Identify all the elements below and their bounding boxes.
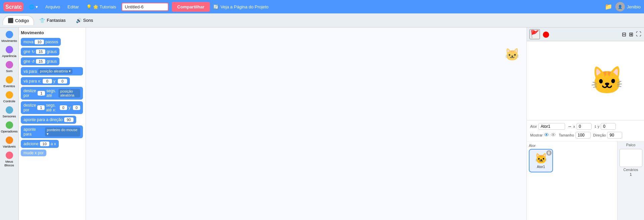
codigo-icon: ⬛ [8,18,13,23]
sprite-name-field: Ator [530,123,565,130]
sprite-list-header: Ator [529,144,615,148]
fullscreen-button[interactable]: ⛶ [636,31,641,37]
rotate-cw-icon: ↻ [32,50,35,54]
sidebar-item-sensores[interactable]: Sensores [1,105,18,119]
sidebar-item-meus-blocos[interactable]: Meus Blocos [1,150,18,168]
deslize1-val-input[interactable] [38,91,45,96]
deslize2-val-input[interactable] [37,105,45,110]
sprite-list: Ator 🗑 🐱 Ator1 [527,142,617,220]
stage-preview: 🐱 [527,41,644,120]
block-mova-input[interactable] [35,40,44,44]
block-deslize1[interactable]: deslize por segs. até posição aleatória [21,87,83,100]
aponte-para-dropdown[interactable]: ponteiro do mouse ▾ [45,127,80,136]
adicione-input[interactable] [40,142,49,146]
sidebar-item-variaveis[interactable]: Variáveis [1,135,18,150]
tab-sons[interactable]: 🔊 Sons [71,16,98,25]
block-mova[interactable]: mova passos [21,38,61,46]
sidebar-item-operadores[interactable]: Operadores [1,120,18,134]
sprite-y-input[interactable] [601,123,616,130]
user-avatar: 👤 [615,2,625,11]
sprite-x-field: ↔ x [568,123,592,130]
code-stage-area[interactable]: 🐱 [86,28,526,220]
sprite-size-field: Tamanho [559,132,590,139]
sidebar-item-movimento[interactable]: Movimento [1,30,18,44]
project-name-input[interactable] [122,3,169,11]
globe-icon: 🌐 [29,4,34,9]
sprite-size-input[interactable] [576,132,591,139]
globe-button[interactable]: 🌐 ▾ [27,3,40,11]
sprite-y-field: ↕ y [594,123,616,130]
sprite-thumb-image: 🐱 [535,153,547,164]
sons-icon: 🔊 [76,18,82,23]
globe-dropdown-icon: ▾ [36,4,38,9]
view-project-button[interactable]: 🔄 Veja a Página do Projeto [213,4,269,9]
stop-button[interactable]: ⬤ [543,31,549,38]
hide-ghost-icon[interactable]: 👁 [551,132,556,138]
user-menu[interactable]: 👤 Jenibio [615,2,641,11]
rotate-ccw-icon: ↺ [32,59,35,64]
share-button[interactable]: Compartilhar [172,2,210,12]
sidebar-item-som[interactable]: Som [1,60,18,74]
deslize2-y-input[interactable] [73,105,80,110]
sidebar-item-aparencia[interactable]: Aparência [1,45,18,59]
tutoriais-button[interactable]: 💡 🌟 Tutoriais [84,3,118,11]
block-gire-ccw-input[interactable] [36,59,45,64]
sprite-delete-button[interactable]: 🗑 [546,150,552,156]
cenarios-label: Cenários [619,168,643,172]
stage-preview-controls: 🚩 ⬤ ⊟ ⊞ ⛶ [527,28,644,41]
play-button[interactable]: 🚩 [530,29,540,39]
blocks-panel: Movimento mova passos gire ↻ graus gire … [19,28,86,220]
block-va-para-xy[interactable]: vá para x: y: [21,77,70,85]
va-para-x-input[interactable] [43,79,52,84]
editar-menu[interactable]: Editar [65,3,81,11]
stage-background-thumb[interactable] [619,149,642,167]
main-area: Movimento Aparência Som Eventos Controle… [0,28,644,220]
sprite-thumb-label: Ator1 [537,165,545,169]
block-partial[interactable]: mude x por [21,150,46,156]
scratch-logo[interactable]: Scratch [3,2,24,11]
sprite-info: Ator ↔ x ↕ y Mostrar 👁 👁 [527,120,644,142]
cenarios-count: 1 [619,172,643,176]
block-aponte-para[interactable]: aponte para ponteiro do mouse ▾ [21,125,83,138]
block-aponte-dir[interactable]: aponte para a direção [21,116,76,124]
sidebar-item-eventos[interactable]: Eventos [1,75,18,89]
tab-codigo[interactable]: ⬛ Código [3,15,34,25]
sprite-thumb-ator1[interactable]: 🗑 🐱 Ator1 [529,149,553,172]
layout-small-button[interactable]: ⊟ [622,31,626,38]
layout-normal-button[interactable]: ⊞ [629,31,633,38]
user-label: Jenibio [627,4,641,9]
right-panel: 🚩 ⬤ ⊟ ⊞ ⛶ 🐱 Ator ↔ x [526,28,644,220]
tabs-bar: ⬛ Código 👕 Fantasias 🔊 Sons [0,13,644,28]
topbar: Scratch 🌐 ▾ Arquivo Editar 💡 🌟 Tutoriais… [0,0,644,13]
show-eye-icon[interactable]: 👁 [544,132,549,138]
deslize1-dropdown[interactable]: posição aleatória [58,89,80,98]
stage-canvas: 🐱 [527,41,644,120]
block-deslize2[interactable]: deslize por segs. até x: y: [21,101,83,114]
aponte-dir-input[interactable] [64,117,74,122]
sprite-name-input[interactable] [538,123,565,130]
deslize2-x-input[interactable] [60,105,67,110]
stage-cat-sprite: 🐱 [505,48,520,62]
va-para-y-input[interactable] [58,79,67,84]
sprite-show-field: Mostrar 👁 👁 [530,132,556,138]
sprite-direction-input[interactable] [607,132,622,139]
block-va-para[interactable]: vá para posição aleatória ▾ [21,67,83,75]
stage-cat-preview: 🐱 [590,65,624,96]
palco-label: Palco [619,143,643,147]
block-gire-ccw[interactable]: gire ↺ graus [21,57,59,65]
tutoriais-icon: 💡 [86,4,92,9]
block-adicione[interactable]: adicione a x [21,140,59,148]
blocks-category-label: Movimento [21,30,84,35]
block-gire-cw[interactable]: gire ↻ graus [21,48,59,56]
block-gire-cw-input[interactable] [36,49,45,54]
fantasias-icon: 👕 [39,18,45,23]
va-para-dropdown[interactable]: posição aleatória ▾ [38,69,73,74]
folder-button[interactable]: 📁 [605,3,612,10]
sprite-direction-field: Direção [593,132,623,139]
sidebar-item-controle[interactable]: Controle [1,90,18,104]
tab-fantasias[interactable]: 👕 Fantasias [35,16,70,25]
folder-icon: 📁 [605,3,612,10]
sprite-x-input[interactable] [577,123,592,130]
arquivo-menu[interactable]: Arquivo [43,3,62,11]
svg-text:Scratch: Scratch [5,4,22,10]
